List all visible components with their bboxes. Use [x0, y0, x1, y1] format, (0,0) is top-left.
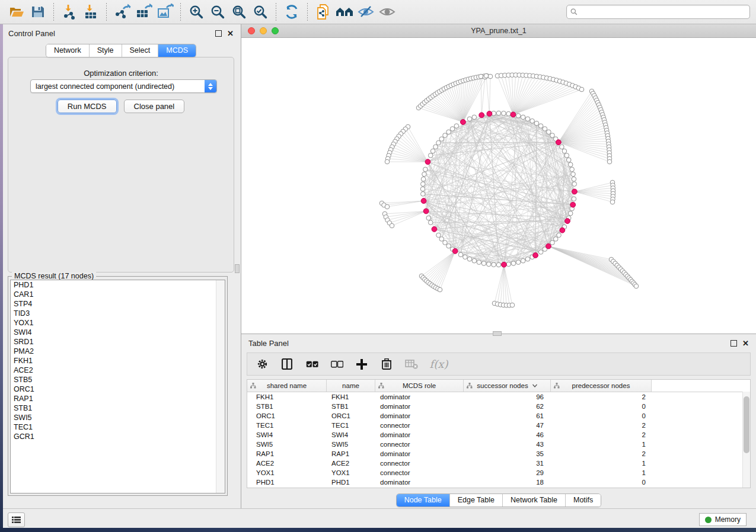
tab-motifs[interactable]: Motifs: [565, 494, 601, 507]
table-row-YOX1[interactable]: YOX1YOX1connector291: [247, 468, 750, 477]
table-cell[interactable]: 18: [464, 477, 551, 487]
tab-style[interactable]: Style: [89, 44, 122, 57]
mcds-hub-node[interactable]: [572, 189, 578, 194]
table-cell[interactable]: 31: [464, 459, 551, 468]
search-box[interactable]: [566, 5, 750, 19]
mcds-result-item[interactable]: CAR1: [11, 290, 225, 299]
table-cell[interactable]: FKH1: [247, 392, 327, 402]
import-table-icon[interactable]: [82, 4, 100, 20]
table-cell[interactable]: STB1: [327, 402, 375, 411]
table-options-icon[interactable]: [254, 357, 270, 372]
export-network-icon[interactable]: [113, 4, 131, 20]
table-cell[interactable]: 1: [551, 468, 652, 477]
table-cell[interactable]: dominator: [375, 411, 464, 421]
table-cell[interactable]: YOX1: [327, 468, 375, 477]
table-cell[interactable]: YOX1: [247, 468, 327, 477]
mcds-result-item[interactable]: ACE2: [11, 366, 225, 375]
mcds-result-item[interactable]: YOX1: [11, 318, 225, 328]
zoom-out-icon[interactable]: [209, 4, 227, 20]
table-cell[interactable]: dominator: [375, 477, 464, 487]
mcds-hub-node[interactable]: [565, 219, 570, 224]
table-cell[interactable]: 2: [551, 449, 652, 459]
show-hide-columns-icon[interactable]: [279, 357, 295, 372]
table-cell[interactable]: ACE2: [327, 459, 375, 468]
table-cell[interactable]: 1: [551, 459, 652, 468]
mcds-result-item[interactable]: SRD1: [11, 337, 225, 347]
hide-selected-icon[interactable]: [357, 4, 375, 20]
tab-edge-table[interactable]: Edge Table: [449, 494, 502, 507]
table-scrollbar[interactable]: [742, 392, 750, 488]
task-history-button[interactable]: [8, 512, 25, 527]
mcds-result-list[interactable]: PHD1CAR1STP4TID3YOX1SWI4SRD1PMA2FKH1ACE2…: [10, 280, 225, 493]
table-cell[interactable]: 61: [464, 411, 551, 421]
table-scrollbar-thumb[interactable]: [744, 396, 749, 453]
table-cell[interactable]: PHD1: [247, 477, 327, 487]
table-cell[interactable]: connector: [375, 459, 464, 468]
mcds-hub-node[interactable]: [511, 112, 516, 117]
close-table-panel-icon[interactable]: ✕: [742, 341, 749, 346]
mcds-hub-node[interactable]: [570, 202, 576, 207]
tab-select[interactable]: Select: [122, 44, 158, 57]
network-canvas[interactable]: [241, 38, 756, 334]
table-cell[interactable]: 0: [551, 411, 652, 421]
table-cell[interactable]: 1: [551, 440, 652, 449]
column-header-successor-nodes[interactable]: successor nodes: [464, 380, 551, 392]
table-cell[interactable]: SWI5: [327, 440, 375, 449]
select-all-icon[interactable]: [304, 357, 320, 372]
mcds-result-item[interactable]: PMA2: [11, 347, 225, 356]
mcds-hub-node[interactable]: [461, 120, 466, 125]
table-cell[interactable]: 35: [464, 449, 551, 459]
zoom-in-icon[interactable]: [187, 4, 205, 20]
mcds-hub-node[interactable]: [425, 159, 430, 165]
close-panel-button[interactable]: Close panel: [124, 100, 185, 113]
mcds-result-item[interactable]: STB1: [11, 403, 225, 413]
mcds-hub-node[interactable]: [546, 243, 551, 249]
show-all-icon[interactable]: [378, 4, 396, 20]
table-row-SWI4[interactable]: SWI4SWI4dominator462: [247, 430, 750, 440]
mcds-result-item[interactable]: RAP1: [11, 394, 225, 403]
table-row-PHD1[interactable]: PHD1PHD1dominator180: [247, 477, 750, 487]
table-cell[interactable]: 47: [464, 421, 551, 430]
close-panel-icon[interactable]: ✕: [227, 31, 234, 36]
table-cell[interactable]: TEC1: [327, 421, 375, 430]
first-neighbors-icon[interactable]: [336, 4, 353, 20]
table-cell[interactable]: ORC1: [247, 411, 327, 421]
table-row-FKH1[interactable]: FKH1FKH1dominator962: [247, 392, 750, 402]
network-window-titlebar[interactable]: YPA_prune.txt_1: [241, 24, 756, 38]
deselect-all-icon[interactable]: [329, 357, 344, 372]
table-cell[interactable]: FKH1: [327, 392, 375, 402]
table-cell[interactable]: 0: [551, 477, 652, 487]
mcds-hub-node[interactable]: [502, 262, 507, 267]
table-cell[interactable]: SWI4: [327, 430, 375, 440]
mcds-hub-node[interactable]: [560, 227, 565, 233]
horizontal-splitter-handle[interactable]: [493, 331, 502, 336]
mcds-result-item[interactable]: TEC1: [11, 422, 225, 432]
export-table-icon[interactable]: [135, 4, 152, 20]
memory-button[interactable]: Memory: [699, 513, 747, 526]
table-cell[interactable]: 62: [464, 402, 551, 411]
table-cell[interactable]: 2: [551, 392, 652, 402]
table-cell[interactable]: ACE2: [247, 459, 327, 468]
table-cell[interactable]: SWI4: [247, 430, 327, 440]
tab-network-table[interactable]: Network Table: [502, 494, 565, 507]
zoom-selected-icon[interactable]: [251, 4, 269, 20]
mcds-hub-node[interactable]: [452, 248, 458, 254]
mcds-result-item[interactable]: ORC1: [11, 384, 225, 394]
vertical-splitter-handle[interactable]: [235, 264, 240, 273]
column-header-predecessor-nodes[interactable]: predecessor nodes: [551, 380, 652, 392]
mcds-hub-node[interactable]: [421, 198, 426, 204]
table-cell[interactable]: STB1: [247, 402, 327, 411]
table-cell[interactable]: 2: [551, 421, 652, 430]
delete-column-icon[interactable]: [379, 357, 394, 372]
save-session-icon[interactable]: [29, 4, 47, 20]
tab-network[interactable]: Network: [46, 44, 89, 57]
criterion-dropdown[interactable]: largest connected component (undirected): [30, 79, 217, 93]
column-header-shared-name[interactable]: shared name: [247, 380, 327, 392]
table-cell[interactable]: 46: [464, 430, 551, 440]
mcds-result-item[interactable]: STB5: [11, 375, 225, 384]
table-cell[interactable]: 0: [551, 402, 652, 411]
table-cell[interactable]: RAP1: [247, 449, 327, 459]
table-cell[interactable]: connector: [375, 468, 464, 477]
table-cell[interactable]: dominator: [375, 402, 464, 411]
mcds-list-scrollbar[interactable]: [216, 280, 225, 493]
